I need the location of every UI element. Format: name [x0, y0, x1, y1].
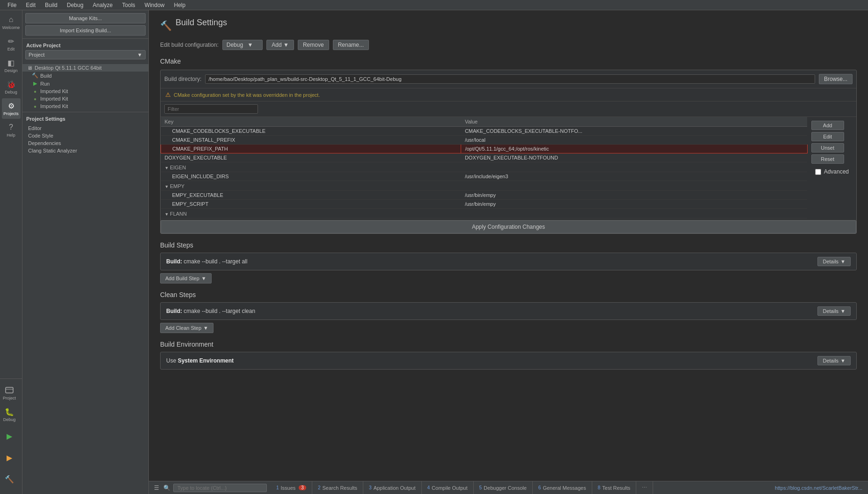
tree-item-desktop-qt[interactable]: 🖥 Desktop Qt 5.11.1 GCC 64bit	[22, 64, 148, 72]
kit-icon-3: ●	[32, 104, 38, 109]
tree-item-run[interactable]: ▶ Run	[22, 80, 148, 87]
tree-item-imported-kit-2[interactable]: ● Imported Kit	[22, 95, 148, 102]
statusbar-tab-search[interactable]: 2 Search Results	[312, 481, 363, 494]
menu-window[interactable]: Window	[141, 1, 169, 9]
project-selector[interactable]: Project ▼	[25, 50, 146, 59]
remove-config-button[interactable]: Remove	[298, 40, 329, 50]
menu-analyze[interactable]: Analyze	[89, 1, 117, 9]
advanced-row: Advanced	[811, 166, 853, 178]
apply-config-button[interactable]: Apply Configuration Changes	[161, 220, 856, 233]
cmake-table-scroll[interactable]: Key Value CMAKE_CODEBLOCKS_EXECUTABLECMA…	[161, 117, 808, 220]
settings-editor[interactable]: Editor	[26, 124, 145, 132]
sidebar-item-debug[interactable]: 🐞 Debug	[2, 77, 21, 97]
sidebar-item-edit[interactable]: ✏ Edit	[2, 34, 21, 54]
cmake-table-row[interactable]: EIGEN_INCLUDE_DIRS/usr/include/eigen3	[161, 172, 808, 181]
sidebar-item-welcome[interactable]: ⌂ Welcome	[2, 12, 21, 33]
build-details-arrow: ▼	[840, 259, 846, 264]
sidebar-item-run-debug[interactable]: ▶	[0, 447, 19, 468]
tab-num-search: 2	[318, 485, 321, 490]
settings-dependencies[interactable]: Dependencies	[26, 139, 145, 147]
rename-config-button[interactable]: Rename...	[333, 40, 369, 50]
cmake-dir-value[interactable]: /home/bao/Desktop/path_plan_ws/build-src…	[205, 74, 815, 84]
cmake-table-row[interactable]: DOXYGEN_EXECUTABLEDOXYGEN_EXECUTABLE-NOT…	[161, 153, 808, 162]
statusbar-tab-test[interactable]: 8 Test Results	[592, 481, 636, 494]
advanced-checkbox[interactable]	[815, 169, 821, 175]
cmake-group-row[interactable]: ▼ FLANN	[161, 209, 808, 218]
import-existing-build-button[interactable]: Import Existing Build...	[25, 25, 146, 36]
imported-kit-1-label: Imported Kit	[40, 88, 68, 94]
sidebar-item-debug-bottom[interactable]: 🐛 Debug	[0, 404, 19, 425]
cmake-value-cell: CMAKE_CODEBLOCKS_EXECUTABLE-NOTFO...	[461, 127, 807, 136]
menu-debug[interactable]: Debug	[63, 1, 87, 9]
clean-details-button[interactable]: Details ▼	[817, 306, 851, 316]
statusbar-tab-app-output[interactable]: 3 Application Output	[363, 481, 421, 494]
cmake-group-row[interactable]: ▼ EMPY	[161, 181, 808, 191]
menu-tools[interactable]: Tools	[118, 1, 139, 9]
project-settings-title: Project Settings	[26, 116, 145, 122]
cmake-value-cell	[461, 209, 807, 218]
project-bottom-icon	[5, 385, 14, 395]
cmake-group-row[interactable]: ▼ EIGEN	[161, 162, 808, 172]
cmake-section-header: CMake	[160, 58, 857, 65]
sidebar-item-run[interactable]: ▶	[0, 426, 19, 446]
config-row: Edit build configuration: Debug ▼ Add ▼ …	[160, 40, 857, 50]
statusbar-search-icon[interactable]: 🔍	[163, 484, 170, 492]
cmake-value-cell	[461, 181, 807, 191]
settings-code-style[interactable]: Code Style	[26, 132, 145, 139]
env-details-button[interactable]: Details ▼	[817, 356, 851, 365]
tree-item-build[interactable]: 🔨 Build	[22, 72, 148, 80]
statusbar-tab-compile[interactable]: 4 Compile Output	[422, 481, 474, 494]
cmake-unset-button[interactable]: Unset	[811, 143, 844, 153]
cmake-value-cell: /opt/Qt/5.11.1/gcc_64;/opt/ros/kinetic	[461, 145, 807, 153]
statusbar-left: ☰ 🔍	[149, 484, 271, 492]
desktop-qt-label: Desktop Qt 5.11.1 GCC 64bit	[35, 65, 102, 71]
tab-num-test: 8	[598, 485, 601, 490]
add-clean-step-button[interactable]: Add Clean Step ▼	[160, 323, 213, 333]
page-hammer-icon: 🔨	[160, 20, 172, 31]
cmake-table-row[interactable]: EMPY_EXECUTABLE/usr/bin/empy	[161, 191, 808, 200]
welcome-label: Welcome	[2, 25, 20, 30]
cmake-edit-button[interactable]: Edit	[811, 132, 844, 141]
tree-item-imported-kit-3[interactable]: ● Imported Kit	[22, 102, 148, 110]
cmake-layout: Key Value CMAKE_CODEBLOCKS_EXECUTABLECMA…	[161, 117, 856, 220]
build-details-button[interactable]: Details ▼	[817, 257, 851, 266]
sidebar-item-projects[interactable]: ⚙ Projects	[2, 98, 21, 119]
statusbar-toggle-icon[interactable]: ☰	[153, 484, 160, 492]
locate-input[interactable]	[173, 484, 267, 492]
cmake-table-row[interactable]: CMAKE_CODEBLOCKS_EXECUTABLECMAKE_CODEBLO…	[161, 127, 808, 136]
statusbar-tab-more[interactable]: ⋯	[636, 481, 653, 494]
cmake-key-cell: EMPY_SCRIPT	[161, 200, 461, 209]
cmake-reset-button[interactable]: Reset	[811, 154, 844, 164]
menu-edit[interactable]: Edit	[22, 1, 39, 9]
statusbar-tab-debugger[interactable]: 5 Debugger Console	[474, 481, 533, 494]
cmake-table-row[interactable]: FLANN_INCLUDE_DIRS/usr/include	[161, 218, 808, 220]
statusbar-tab-issues[interactable]: 1 Issues 3	[271, 481, 312, 494]
sidebar-item-build-hammer[interactable]: 🔨	[0, 469, 19, 489]
sidebar-item-design[interactable]: ◧ Design	[2, 55, 21, 76]
settings-clang[interactable]: Clang Static Analyzer	[26, 147, 145, 154]
build-env-section: Build Environment Use System Environment…	[160, 341, 857, 370]
cmake-table-row[interactable]: CMAKE_INSTALL_PREFIX/usr/local	[161, 136, 808, 145]
menu-file[interactable]: File	[4, 1, 20, 9]
add-config-button[interactable]: Add ▼	[266, 40, 294, 50]
cmake-table-row[interactable]: EMPY_SCRIPT/usr/bin/empy	[161, 200, 808, 209]
add-build-step-button[interactable]: Add Build Step ▼	[160, 273, 212, 283]
cmake-table-row-highlighted[interactable]: CMAKE_PREFIX_PATH/opt/Qt/5.11.1/gcc_64;/…	[161, 145, 808, 153]
manage-kits-button[interactable]: Manage Kits...	[25, 13, 146, 23]
tab-num-general: 6	[538, 485, 541, 490]
sidebar-item-project-bottom[interactable]: Project	[0, 383, 19, 403]
menu-build[interactable]: Build	[41, 1, 61, 9]
menu-help[interactable]: Help	[170, 1, 190, 9]
hammer-icon: 🔨	[5, 474, 14, 484]
config-select[interactable]: Debug ▼	[222, 40, 263, 50]
sidebar-item-help[interactable]: ? Help	[2, 120, 21, 140]
statusbar-tab-general[interactable]: 6 General Messages	[533, 481, 592, 494]
cmake-add-button[interactable]: Add	[811, 121, 844, 130]
monitor-icon: 🖥	[26, 65, 33, 71]
tab-num-app: 3	[369, 485, 372, 490]
cmake-value-cell	[461, 162, 807, 172]
cmake-filter-input[interactable]	[164, 104, 258, 114]
run-debug-icon: ▶	[5, 453, 14, 462]
tree-item-imported-kit-1[interactable]: ● Imported Kit	[22, 87, 148, 95]
browse-button[interactable]: Browse...	[819, 74, 853, 84]
